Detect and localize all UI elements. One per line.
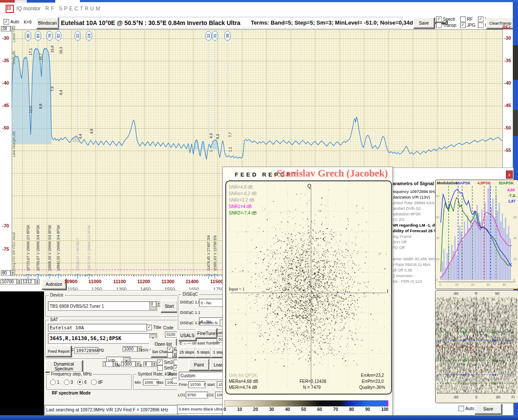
device-combo[interactable]: TBS 6908 DVBS/S2 Tuner 1▼ <box>48 301 157 311</box>
fwidth-spinner[interactable]: 1312 ▲▼ <box>21 279 40 284</box>
sm3-checkbox[interactable]: ✓Sm3 <box>157 360 173 365</box>
toolbar-checkbox[interactable]: RF <box>460 16 475 22</box>
title-checkbox-box[interactable]: ✓ <box>146 325 152 330</box>
freq-step-radio[interactable]: 6 <box>77 379 87 385</box>
dyn-count-spinner[interactable]: 1 ▲▼ <box>103 361 118 367</box>
sm9-checkbox-box[interactable] <box>157 365 163 371</box>
toolbar-checkbox[interactable]: ✓Spectr <box>436 16 458 22</box>
toolbar-checkbox[interactable]: ✓JPG <box>460 22 475 28</box>
level-spinner[interactable]: 80 ▲▼ <box>1 270 15 276</box>
dyn-x-value[interactable]: 8 <box>143 361 152 367</box>
sat-name-field[interactable]: Eutelsat 10A <box>48 324 147 332</box>
auto-checkbox-box[interactable]: ✓ <box>3 19 9 25</box>
toolbar-checkbox-box[interactable] <box>436 22 442 28</box>
steps25-button[interactable]: 25 steps <box>178 347 196 358</box>
eng-checkbox-box[interactable]: ✓ <box>167 347 173 352</box>
rchart-auto-box[interactable] <box>458 406 464 411</box>
lo1-field[interactable]: 9750 <box>186 392 208 398</box>
freq-step-radio-circle[interactable] <box>64 379 69 385</box>
rchart-auto-checkbox[interactable]: Auto <box>458 406 474 411</box>
transponder-combo-value: 3645,R,16130,56,S2;8PSK <box>50 335 121 341</box>
transponder-combo[interactable]: 3645,R,16130,56,S2;8PSK▼ <box>48 333 157 344</box>
freq-step-radio-circle[interactable] <box>91 379 97 385</box>
feed-report-button[interactable]: Feed Report <box>46 345 72 357</box>
fwidth-value[interactable]: 1312 <box>21 279 35 284</box>
sm9-checkbox[interactable]: Sm9 <box>157 365 173 371</box>
freq-step-radio-circle[interactable] <box>50 379 56 385</box>
quality-value: 24 <box>87 34 91 38</box>
y-axis-label: -35 <box>504 58 511 63</box>
freq-step-radio[interactable]: 3 <box>64 379 73 385</box>
constellation-box: Q I Input = 1 SNR=4,8 dBSNRa=-6,2 dBSNRr… <box>225 180 392 395</box>
margin-annotation: 1 <box>209 150 213 152</box>
fstart-spinner[interactable]: 10700 ▲▼ <box>0 279 22 284</box>
rus-checkbox-box[interactable] <box>167 352 173 358</box>
blindscan-button[interactable]: Blindscan <box>36 17 59 29</box>
toolbar-checkbox-box[interactable]: ✓ <box>436 16 442 22</box>
snr-annotation: 17,1 <box>28 48 33 55</box>
sm3-checkbox-box[interactable]: ✓ <box>157 360 163 365</box>
paint-button[interactable]: Paint <box>189 359 209 371</box>
start-button[interactable]: Start <box>161 300 178 313</box>
close-button[interactable]: x <box>506 171 513 179</box>
frequency-field[interactable]: 10972896 <box>74 347 98 354</box>
y-axis-label: -50 <box>2 125 9 130</box>
toolbar-checkbox[interactable]: Transp. <box>436 22 458 28</box>
toolbar-checkbox-box[interactable]: ✓ <box>478 16 483 22</box>
legend-48psk: 4,8PSK <box>477 181 491 185</box>
quality-value: 82 <box>56 34 60 38</box>
toolbar-checkbox-box[interactable] <box>460 16 466 22</box>
khz-label: kHz <box>97 348 104 353</box>
quality-value: 22 <box>76 34 80 38</box>
feed-snr-block: SNR=4,8 dBSNRa=-6,2 dBSNRr=3,2 dBSNR1=4 … <box>229 184 257 216</box>
usals-button[interactable]: USALS <box>178 330 196 341</box>
finetune-button[interactable]: FineTune <box>196 328 217 338</box>
fstart-value[interactable]: 10700 <box>0 279 17 284</box>
modulation-chart-box: Modulation: 16APSK 4,8PSK 32APSK 4,03 -7… <box>435 180 518 289</box>
autosize-button[interactable]: Autosize <box>41 278 66 290</box>
legend-32apsk: 32APSK <box>499 181 514 185</box>
y-axis-label: -55 <box>504 148 511 153</box>
dyn-count-value[interactable]: 1 <box>103 361 113 367</box>
freq-step-radio[interactable]: dF <box>91 379 103 385</box>
sr-value[interactable]: 1000 <box>123 346 137 352</box>
freq-step-radio[interactable]: 1 <box>50 379 60 385</box>
lo2-label: LO2 <box>206 393 214 397</box>
fmin-field[interactable]: 10700 <box>188 381 205 388</box>
toolbar-checkbox-box[interactable] <box>478 22 483 28</box>
device-index-spinner[interactable]: 0 ▲▼ <box>149 301 161 307</box>
save-spectrum-button[interactable]: Save <box>413 17 435 28</box>
auto-checkbox[interactable]: ✓ Auto <box>3 19 19 25</box>
y-axis-label: -70 <box>2 223 9 228</box>
i-axis-label: I <box>387 288 388 294</box>
fwidth-spinner-arrows[interactable]: ▲▼ <box>35 279 40 284</box>
params-window: x Parametrs of Signal : Frequency 109728… <box>385 167 514 416</box>
y-axis-label: -45 <box>504 103 511 108</box>
merr-value: MERr=4,74 dB <box>229 385 257 390</box>
control-panel: Device TBS 6908 DVBS/S2 Tuner 1▼ 0 ▲▼ St… <box>44 290 186 416</box>
freq-step-radio-circle[interactable] <box>77 379 83 385</box>
constellation-htick: 32 <box>336 294 340 298</box>
rchart-save-button[interactable]: Save <box>474 404 502 414</box>
title-checkbox[interactable]: ✓ Title <box>146 325 161 330</box>
mera-value: MERa=4,68 dB <box>229 379 258 384</box>
sr-spinner[interactable]: 1000 ▲▼ <box>123 346 142 352</box>
gain-value[interactable]: 28 <box>1 26 10 32</box>
dyn-n-spinner[interactable]: 1000 ▲▼ <box>121 361 140 367</box>
device-index-value[interactable]: 0 <box>149 301 156 307</box>
sr-auto-label: Auto <box>168 372 177 376</box>
dyn-x-arrows[interactable]: ▲▼ <box>152 361 157 367</box>
y-axis-label: -30 <box>504 35 511 41</box>
min-label: Min <box>135 380 141 385</box>
fer-value: FER=0,12438 <box>300 379 326 384</box>
dyn-x-spinner[interactable]: 8 ▲▼ <box>143 361 157 367</box>
level-value[interactable]: 80 <box>1 270 10 276</box>
steps5-button[interactable]: 5 steps <box>195 347 212 358</box>
taskbar[interactable] <box>0 415 518 420</box>
level-spinner-arrows[interactable]: ▲▼ <box>10 270 15 276</box>
dynamical-spectrum-button[interactable]: Dynamical Spectrum <box>45 360 83 373</box>
code-label: Code <box>163 325 174 330</box>
toolbar-checkbox-box[interactable]: ✓ <box>460 22 466 28</box>
dyn-n-value[interactable]: 1000 <box>121 361 136 367</box>
margin-axis-text: Line Margin,dB <box>12 131 16 157</box>
